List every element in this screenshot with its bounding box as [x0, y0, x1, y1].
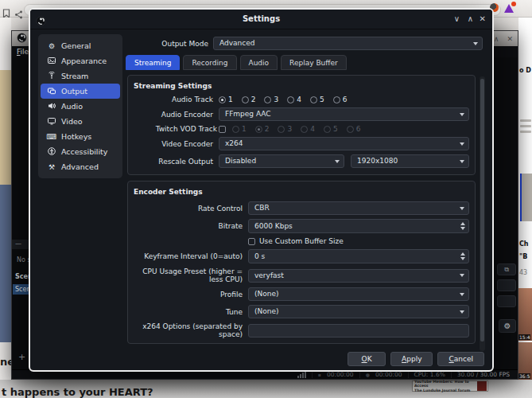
fps-indicator: 30.00 / 30.00 FPS	[457, 371, 510, 378]
tune-select[interactable]: (None)	[248, 305, 469, 318]
extension-triangle-icon[interactable]	[504, 4, 514, 13]
spinner-arrows-icon[interactable]	[456, 250, 468, 263]
radio-track-2[interactable]	[242, 96, 249, 103]
link-thumbnail	[477, 381, 487, 391]
video-thumbnail[interactable]	[520, 174, 532, 221]
sidebar-item-output[interactable]: Output	[41, 84, 120, 99]
page-headline: t happens to your HEART?	[2, 386, 153, 398]
related-link-card[interactable]: YouTube Members: How to Access The Lundu…	[412, 380, 488, 392]
page-bottom-strip: t happens to your HEART? YouTube Members…	[0, 380, 532, 398]
spinner-arrows-icon[interactable]	[456, 220, 468, 232]
audio-encoder-value: FFmpeg AAC	[225, 110, 271, 118]
panel-button[interactable]	[497, 279, 516, 291]
tab-streaming[interactable]: Streaming	[126, 55, 180, 70]
radio-track-6[interactable]	[333, 96, 340, 103]
sidebar-item-stream[interactable]: Stream	[41, 68, 120, 84]
menu-file[interactable]: File	[17, 46, 29, 57]
output-tabs: Streaming Recording Audio Replay Buffer	[126, 55, 347, 70]
tab-replay-buffer[interactable]: Replay Buffer	[281, 55, 347, 70]
sidebar-item-advanced[interactable]: ⚒ Advanced	[41, 159, 120, 174]
notification-badge	[511, 2, 516, 6]
record-time: 00:00:00	[375, 371, 402, 378]
rate-control-label: Rate Control	[134, 205, 248, 213]
output-mode-select[interactable]: Advanced	[213, 37, 483, 50]
ok-button[interactable]: OK	[348, 352, 386, 366]
radio-vod-5	[324, 126, 331, 133]
tab-audio[interactable]: Audio	[240, 55, 278, 70]
video-views: 43	[519, 269, 527, 276]
video-encoder-select[interactable]: x264	[219, 137, 469, 150]
bitrate-row: Bitrate 6000 Kbps	[134, 219, 469, 233]
close-icon[interactable]: ✕	[480, 15, 486, 23]
cpu-preset-select[interactable]: veryfast	[248, 269, 469, 283]
radio-track-4[interactable]	[287, 96, 294, 103]
audio-track-radios: 1 2 3 4 5 6	[219, 96, 469, 103]
partial-headline-text: ne	[0, 356, 11, 368]
tune-label: Tune	[134, 308, 248, 316]
radio-track-3[interactable]	[264, 96, 271, 103]
obs-close-button[interactable]: ✕	[507, 35, 513, 43]
video-encoder-label: Video Encoder	[134, 140, 219, 148]
encoder-settings-group: Encoder Settings Rate Control CBR Bitrat…	[127, 181, 476, 344]
radio-track-5[interactable]	[310, 96, 317, 103]
rescale-output-label: Rescale Output	[134, 158, 219, 166]
record-status-icon: ●	[366, 372, 370, 377]
bitrate-spinner[interactable]: 6000 Kbps	[248, 219, 469, 233]
video-thumbnail-face[interactable]: 15:4	[518, 288, 532, 341]
tools-icon: ⚒	[46, 163, 57, 171]
link-line2: The Lunduke Journal forum	[414, 388, 477, 393]
settings-gear-button[interactable]: ⚙	[499, 319, 516, 333]
chevron-down-icon	[469, 37, 482, 49]
sidebar-item-label: Accessibility	[61, 147, 107, 156]
tab-recording[interactable]: Recording	[183, 55, 236, 70]
sidebar-item-video[interactable]: Video	[41, 114, 120, 129]
sidebar-item-label: Video	[61, 117, 83, 126]
keyframe-spinner[interactable]: 0 s	[248, 249, 469, 263]
share-icon[interactable]	[14, 7, 23, 22]
sidebar-item-general[interactable]: ⚙ General	[41, 38, 120, 53]
sidebar-item-appearance[interactable]: Appearance	[41, 53, 120, 68]
right-rail-partial-text: o D	[519, 67, 531, 74]
sidebar-item-label: Audio	[61, 102, 83, 111]
apply-button[interactable]: Apply	[390, 352, 433, 366]
sidebar-item-accessibility[interactable]: Accessibility	[41, 144, 120, 159]
output-icon	[46, 87, 57, 96]
output-mode-label: Output Mode	[124, 40, 208, 48]
twitch-vod-row: Twitch VOD Track 1 2 3 4 5 6	[134, 125, 469, 133]
audio-track-label: Audio Track	[134, 96, 219, 103]
profile-select[interactable]: (None)	[248, 287, 469, 301]
add-scene-button[interactable]: +	[18, 352, 25, 362]
dock-popout-button[interactable]: ⧉	[497, 263, 516, 275]
cpu-usage: CPU: 1.6%	[414, 371, 445, 378]
appearance-icon	[46, 57, 57, 66]
sidebar-item-hotkeys[interactable]: ⌨ Hotkeys	[41, 129, 120, 144]
page-right-rail: o D Ch "B 43 15:4 36:5	[518, 18, 532, 380]
twitch-vod-checkbox[interactable]	[219, 126, 226, 133]
x264-options-row: x264 Options (separated by space)	[134, 322, 469, 338]
profile-value: (None)	[254, 290, 279, 298]
radio-track-1[interactable]	[219, 96, 226, 103]
chevron-down-icon	[456, 288, 468, 300]
x264-options-input[interactable]	[248, 324, 469, 338]
section-title: Streaming Settings	[134, 82, 469, 90]
profile-label: Profile	[134, 291, 248, 298]
panel-button[interactable]	[497, 295, 516, 307]
rate-control-select[interactable]: CBR	[248, 201, 469, 215]
maximize-icon[interactable]: ∧	[468, 15, 473, 23]
video-thumbnail-face[interactable]: 36:5	[518, 342, 532, 380]
shade-icon[interactable]: ∨	[454, 15, 460, 23]
settings-titlebar[interactable]: Settings ∨ ∧ ✕	[30, 10, 492, 29]
keyboard-icon: ⌨	[46, 133, 57, 141]
obs-maximize-button[interactable]: ∧	[494, 35, 499, 43]
sidebar-item-label: Output	[61, 87, 87, 96]
rescale-resolution-select[interactable]: 1920x1080	[351, 154, 469, 168]
rescale-mode-select[interactable]: Disabled	[219, 154, 344, 168]
chevron-down-icon	[456, 306, 468, 318]
custom-buffer-checkbox[interactable]	[248, 238, 255, 245]
audio-encoder-select[interactable]: FFmpeg AAC	[219, 107, 469, 121]
scrollbar-track[interactable]	[480, 76, 485, 351]
scrollbar-thumb[interactable]	[480, 79, 484, 341]
cancel-button[interactable]: Cancel	[437, 352, 484, 366]
sidebar-item-audio[interactable]: Audio	[41, 99, 120, 114]
accessibility-icon	[46, 147, 57, 157]
